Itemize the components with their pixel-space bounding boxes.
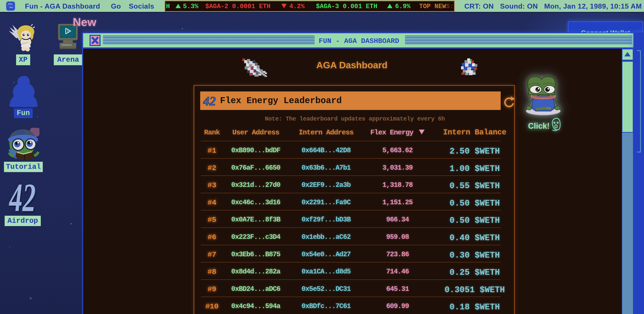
svg-text:42: 42	[203, 94, 216, 108]
